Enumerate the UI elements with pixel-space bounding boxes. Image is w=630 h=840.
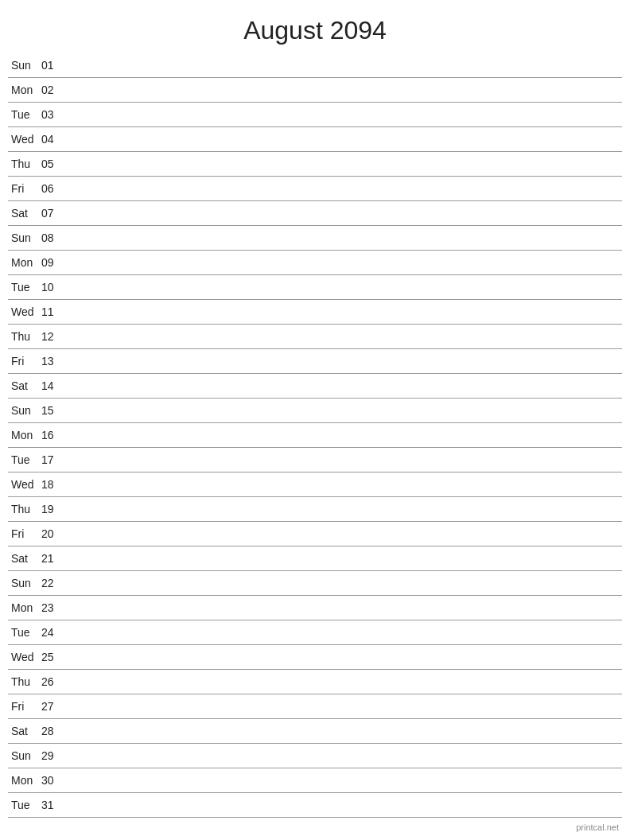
- day-name: Fri: [8, 355, 41, 368]
- day-line: [64, 780, 622, 781]
- calendar-row: Sun15: [8, 399, 622, 423]
- calendar-row: Sat21: [8, 546, 622, 571]
- calendar-row: Tue17: [8, 448, 622, 472]
- calendar-row: Mon30: [8, 768, 622, 793]
- day-name: Fri: [8, 182, 41, 195]
- day-name: Tue: [8, 626, 41, 639]
- day-line: [64, 262, 622, 263]
- day-number: 11: [41, 305, 64, 318]
- day-number: 08: [41, 231, 64, 244]
- day-number: 05: [41, 158, 64, 170]
- day-number: 04: [41, 133, 64, 146]
- day-number: 02: [41, 84, 64, 96]
- calendar-row: Tue03: [8, 103, 622, 127]
- day-line: [64, 682, 622, 682]
- day-line: [64, 756, 622, 756]
- day-number: 17: [41, 453, 64, 466]
- day-line: [64, 608, 622, 609]
- day-line: [64, 583, 622, 584]
- day-line: [64, 805, 622, 806]
- day-name: Sun: [8, 231, 41, 244]
- calendar-row: Thu26: [8, 670, 622, 694]
- day-line: [64, 287, 622, 288]
- day-name: Thu: [8, 675, 41, 688]
- day-name: Thu: [8, 503, 41, 515]
- day-line: [64, 139, 622, 140]
- calendar-row: Wed25: [8, 645, 622, 670]
- day-number: 03: [41, 108, 64, 121]
- day-name: Wed: [8, 651, 41, 663]
- calendar-container: Sun01Mon02Tue03Wed04Thu05Fri06Sat07Sun08…: [0, 53, 630, 818]
- day-number: 16: [41, 429, 64, 441]
- day-number: 21: [41, 552, 64, 565]
- page-title: August 2094: [0, 0, 630, 53]
- day-name: Mon: [8, 429, 41, 441]
- day-number: 24: [41, 626, 64, 639]
- day-number: 18: [41, 478, 64, 491]
- calendar-row: Thu05: [8, 152, 622, 177]
- calendar-row: Sat07: [8, 201, 622, 226]
- day-line: [64, 460, 622, 461]
- calendar-row: Mon23: [8, 596, 622, 620]
- day-number: 19: [41, 503, 64, 515]
- calendar-row: Sun22: [8, 571, 622, 596]
- calendar-row: Mon09: [8, 251, 622, 275]
- calendar-row: Wed11: [8, 300, 622, 325]
- day-line: [64, 657, 622, 658]
- day-line: [64, 164, 622, 165]
- day-line: [64, 509, 622, 510]
- day-line: [64, 361, 622, 362]
- calendar-row: Sun29: [8, 744, 622, 768]
- day-line: [64, 213, 622, 214]
- day-line: [64, 336, 622, 337]
- calendar-row: Tue24: [8, 620, 622, 645]
- day-line: [64, 386, 622, 387]
- day-name: Sun: [8, 749, 41, 762]
- day-name: Thu: [8, 158, 41, 170]
- calendar-row: Fri20: [8, 522, 622, 546]
- day-name: Thu: [8, 330, 41, 343]
- day-number: 10: [41, 281, 64, 294]
- day-line: [64, 115, 622, 115]
- day-number: 20: [41, 527, 64, 540]
- day-number: 25: [41, 651, 64, 663]
- day-name: Fri: [8, 700, 41, 713]
- day-number: 29: [41, 749, 64, 762]
- day-number: 31: [41, 799, 64, 811]
- day-name: Sat: [8, 725, 41, 737]
- day-number: 14: [41, 379, 64, 392]
- day-number: 07: [41, 207, 64, 220]
- day-number: 30: [41, 774, 64, 787]
- day-name: Sat: [8, 552, 41, 565]
- day-name: Sat: [8, 207, 41, 220]
- day-line: [64, 558, 622, 559]
- day-number: 26: [41, 675, 64, 688]
- calendar-row: Mon16: [8, 423, 622, 448]
- day-name: Wed: [8, 133, 41, 146]
- calendar-row: Wed04: [8, 127, 622, 152]
- day-number: 09: [41, 256, 64, 269]
- calendar-row: Sat28: [8, 719, 622, 744]
- day-name: Fri: [8, 527, 41, 540]
- day-line: [64, 731, 622, 732]
- day-name: Mon: [8, 601, 41, 614]
- day-name: Tue: [8, 281, 41, 294]
- day-line: [64, 312, 622, 313]
- calendar-row: Thu12: [8, 325, 622, 349]
- day-line: [64, 632, 622, 633]
- day-line: [64, 410, 622, 411]
- calendar-row: Sun08: [8, 226, 622, 251]
- calendar-row: Sat14: [8, 374, 622, 399]
- day-line: [64, 484, 622, 485]
- calendar-row: Tue10: [8, 275, 622, 300]
- day-name: Sun: [8, 59, 41, 72]
- day-name: Mon: [8, 256, 41, 269]
- day-number: 23: [41, 601, 64, 614]
- day-name: Wed: [8, 305, 41, 318]
- day-line: [64, 706, 622, 707]
- day-line: [64, 534, 622, 535]
- calendar-row: Fri13: [8, 349, 622, 374]
- day-number: 28: [41, 725, 64, 737]
- footer-text: printcal.net: [576, 822, 619, 832]
- day-line: [64, 65, 622, 66]
